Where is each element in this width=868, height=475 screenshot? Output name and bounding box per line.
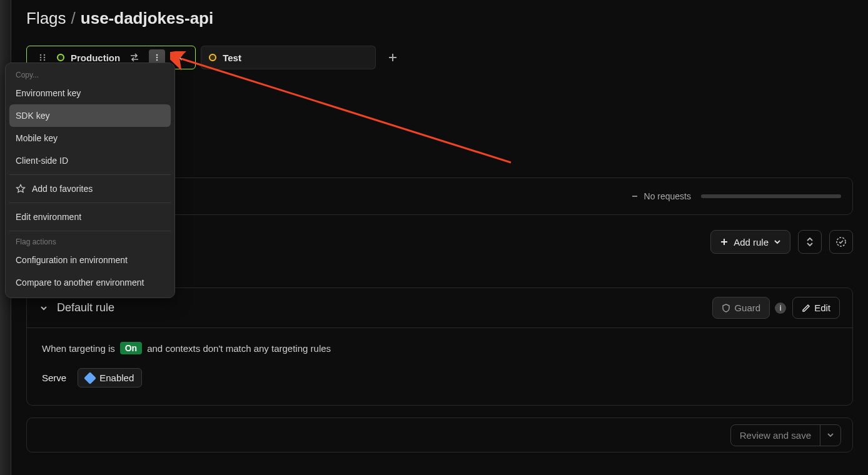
add-rule-button[interactable]: Add rule [710, 230, 790, 254]
menu-divider [9, 202, 171, 203]
breadcrumb: Flags / use-dadjokes-api [26, 0, 853, 28]
requests-status: No requests [630, 191, 691, 201]
check-badge-icon [835, 236, 847, 248]
validate-button[interactable] [829, 230, 853, 254]
menu-environment-key[interactable]: Environment key [9, 82, 171, 104]
menu-mobile-key[interactable]: Mobile key [9, 127, 171, 149]
chevron-down-icon [39, 304, 48, 312]
environment-menu: Copy... Environment key SDK key Mobile k… [5, 62, 175, 298]
env-status-dot-icon [209, 54, 216, 61]
menu-item-label: Add to favorites [32, 184, 93, 194]
rules-toolbar: Add rule [710, 230, 853, 254]
svg-point-4 [40, 59, 42, 61]
serve-value: Enabled [99, 372, 134, 383]
rule-title: Default rule [57, 301, 114, 314]
breadcrumb-separator: / [71, 9, 76, 28]
default-rule-card: Default rule Guard i Edit When targeting… [26, 288, 853, 406]
breadcrumb-parent[interactable]: Flags [26, 9, 66, 28]
svg-point-0 [40, 54, 42, 56]
add-environment-button[interactable] [382, 47, 403, 68]
menu-client-side-id[interactable]: Client-side ID [9, 149, 171, 172]
requests-bar [701, 194, 841, 198]
review-bar: Review and save [26, 418, 853, 452]
requests-label-text: No requests [644, 191, 691, 201]
targeting-on-badge: On [120, 342, 142, 354]
env-tab-test[interactable]: Test [201, 46, 376, 69]
rule-body: When targeting is On and contexts don't … [27, 328, 852, 405]
edit-rule-button[interactable]: Edit [792, 297, 840, 319]
review-save-button[interactable]: Review and save [731, 425, 820, 446]
menu-divider [9, 231, 171, 231]
menu-section-flag-actions: Flag actions [9, 234, 171, 249]
chevron-down-icon [827, 431, 834, 439]
svg-point-7 [156, 57, 158, 59]
menu-config-in-env[interactable]: Configuration in environment [9, 249, 171, 271]
svg-point-3 [44, 57, 46, 59]
menu-section-copy: Copy... [9, 67, 171, 82]
env-tab-label: Test [223, 52, 368, 63]
guard-info-icon[interactable]: i [775, 302, 786, 314]
env-status-dot-icon [57, 54, 64, 61]
svg-point-1 [44, 54, 46, 56]
svg-point-2 [40, 57, 42, 59]
add-rule-label: Add rule [734, 237, 769, 248]
guard-label: Guard [734, 302, 760, 313]
sentence-pre: When targeting is [42, 343, 115, 354]
chevron-down-icon [774, 238, 781, 246]
env-tab-label: Production [71, 52, 120, 63]
collapse-icon [805, 237, 815, 247]
svg-point-8 [156, 59, 158, 61]
close-tab-icon[interactable] [171, 49, 188, 66]
edit-label: Edit [814, 302, 830, 313]
pencil-icon [802, 304, 810, 312]
sentence-post: and contexts don't match any targeting r… [147, 343, 331, 354]
guard-button[interactable]: Guard [712, 297, 770, 319]
menu-compare-env[interactable]: Compare to another environment [9, 271, 171, 294]
serve-value-chip: Enabled [78, 368, 142, 388]
menu-sdk-key[interactable]: SDK key [9, 104, 171, 127]
star-icon [16, 184, 26, 194]
plus-icon [720, 238, 729, 246]
dash-icon [630, 192, 639, 201]
menu-edit-environment[interactable]: Edit environment [9, 206, 171, 228]
svg-point-5 [44, 59, 46, 61]
breadcrumb-current: use-dadjokes-api [81, 9, 213, 28]
review-save-dropdown[interactable] [820, 425, 840, 446]
menu-divider [9, 174, 171, 175]
menu-add-favorites[interactable]: Add to favorites [9, 178, 171, 200]
svg-point-6 [156, 54, 158, 56]
serve-row: Serve Enabled [42, 368, 837, 388]
collapse-rule-button[interactable] [39, 304, 48, 312]
serve-label: Serve [42, 372, 66, 383]
collapse-all-button[interactable] [798, 230, 822, 254]
shield-icon [722, 304, 730, 312]
diamond-icon [84, 372, 96, 384]
review-save-button-group: Review and save [730, 424, 841, 446]
rule-sentence: When targeting is On and contexts don't … [42, 342, 837, 354]
